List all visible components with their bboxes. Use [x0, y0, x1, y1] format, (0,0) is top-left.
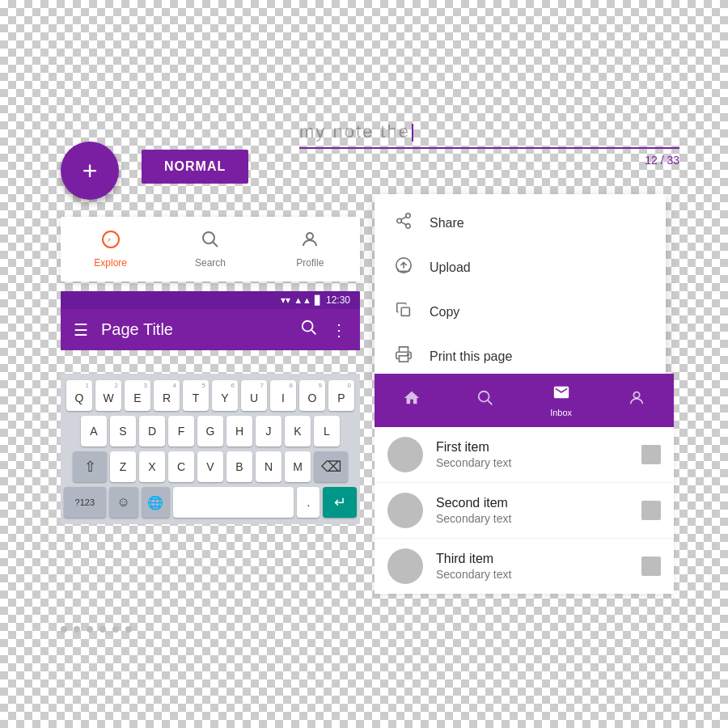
key-dot[interactable]: . [297, 487, 320, 518]
key-v[interactable]: V [197, 451, 223, 482]
key-h[interactable]: H [226, 416, 252, 447]
text-input-area: my note the 12 / 33 [299, 121, 679, 167]
key-l[interactable]: L [314, 416, 340, 447]
fab-button[interactable]: + [61, 142, 119, 200]
list-item-3-action[interactable] [641, 557, 661, 576]
list-item-1-avatar [387, 437, 423, 472]
inbox-nav-home[interactable] [387, 386, 437, 415]
list-item-2-action[interactable] [641, 501, 661, 520]
dot-2 [74, 626, 80, 633]
key-e[interactable]: 3E [125, 380, 150, 411]
inbox-nav-search[interactable] [460, 386, 510, 415]
list-item-3-avatar [387, 548, 423, 584]
key-r[interactable]: 4R [154, 380, 180, 411]
key-i[interactable]: 8I [270, 380, 296, 411]
list-item-3-title: Third item [436, 552, 641, 566]
input-text: my note the [299, 121, 410, 142]
svg-point-6 [303, 321, 313, 332]
key-g[interactable]: G [197, 416, 223, 447]
battery-icon: ▊ [315, 295, 321, 306]
keyboard-row-1: 1Q 2W 3E 4R 5T 6Y 7U 8I 9O 0P [64, 380, 357, 411]
key-y[interactable]: 6Y [212, 380, 238, 411]
list-item-2[interactable]: Second item Secondary text [375, 483, 674, 539]
key-m[interactable]: M [285, 451, 311, 482]
toolbar-title: Page Title [101, 320, 287, 339]
nav-item-search[interactable]: Search [178, 223, 243, 275]
svg-marker-2 [108, 238, 111, 243]
key-x[interactable]: X [139, 451, 165, 482]
inbox-icon [552, 383, 570, 406]
list-item-1[interactable]: First item Secondary text [375, 427, 674, 483]
key-enter[interactable]: ↵ [323, 487, 357, 518]
key-c[interactable]: C [168, 451, 194, 482]
inbox-nav-inbox[interactable]: Inbox [534, 380, 588, 421]
key-n[interactable]: N [256, 451, 281, 482]
key-j[interactable]: J [256, 416, 281, 447]
key-o[interactable]: 9O [299, 380, 325, 411]
status-bar: ▾▾ ▲▲ ▊ 12:30 [61, 291, 360, 309]
key-t[interactable]: 5T [183, 380, 209, 411]
explore-icon [101, 230, 121, 254]
list-item-1-action[interactable] [641, 445, 661, 464]
svg-point-17 [479, 392, 489, 402]
toolbar-search-icon[interactable] [300, 319, 318, 341]
list-item-3[interactable]: Third item Secondary text [375, 539, 674, 594]
svg-line-18 [488, 400, 492, 404]
menu-item-upload[interactable]: Upload [375, 245, 666, 290]
share-label: Share [430, 216, 464, 231]
key-p[interactable]: 0P [328, 380, 354, 411]
nav-item-explore[interactable]: Explore [78, 223, 143, 275]
menu-item-copy[interactable]: Copy [375, 290, 666, 334]
upload-icon [394, 256, 413, 278]
key-b[interactable]: B [226, 451, 252, 482]
key-a[interactable]: A [81, 416, 107, 447]
svg-point-10 [406, 224, 411, 229]
normal-button[interactable]: NORMAL [142, 150, 248, 184]
dot-3 [87, 626, 93, 633]
profile-label: Profile [296, 257, 324, 269]
search-icon [201, 230, 220, 254]
inbox-nav-profile[interactable] [612, 386, 662, 415]
search-label: Search [195, 257, 226, 269]
svg-point-16 [408, 353, 409, 355]
text-input-field[interactable]: my note the [299, 121, 679, 149]
key-num[interactable]: ?123 [64, 487, 106, 518]
key-d[interactable]: D [139, 416, 165, 447]
key-s[interactable]: S [110, 416, 136, 447]
text-input-underline [299, 147, 679, 149]
key-k[interactable]: K [285, 416, 311, 447]
text-cursor [412, 124, 413, 142]
menu-item-print[interactable]: Print this page [375, 334, 666, 379]
svg-point-8 [406, 214, 411, 218]
dot-4 [99, 626, 106, 633]
print-icon [394, 345, 413, 367]
key-u[interactable]: 7U [241, 380, 267, 411]
key-globe[interactable]: 🌐 [142, 487, 171, 518]
key-shift[interactable]: ⇧ [73, 451, 107, 482]
explore-label: Explore [94, 257, 127, 269]
key-f[interactable]: F [168, 416, 194, 447]
nav-item-profile[interactable]: Profile [277, 223, 342, 275]
profile-icon [300, 230, 320, 254]
key-z[interactable]: Z [110, 451, 136, 482]
dot-5 [112, 626, 119, 633]
keyboard-row-2: A S D F G H J K L [64, 416, 357, 447]
share-icon [394, 212, 413, 234]
svg-line-7 [311, 330, 315, 334]
dot-indicators [61, 626, 132, 633]
toolbar-more-icon[interactable]: ⋮ [331, 320, 347, 340]
key-emoji[interactable]: ☺ [109, 487, 138, 518]
key-backspace[interactable]: ⌫ [314, 451, 348, 482]
inbox-label: Inbox [550, 408, 572, 417]
toolbar: ☰ Page Title ⋮ [61, 309, 360, 350]
list-item-1-subtitle: Secondary text [436, 456, 641, 469]
menu-item-share[interactable]: Share [375, 201, 666, 245]
menu-icon[interactable]: ☰ [74, 320, 88, 340]
key-q[interactable]: 1Q [66, 380, 92, 411]
key-space[interactable] [173, 487, 294, 518]
key-w[interactable]: 2W [95, 380, 121, 411]
list-item-2-title: Second item [436, 496, 641, 510]
list-container: First item Secondary text Second item Se… [375, 427, 674, 594]
upload-label: Upload [430, 260, 471, 275]
fab-plus-icon: + [83, 158, 98, 184]
